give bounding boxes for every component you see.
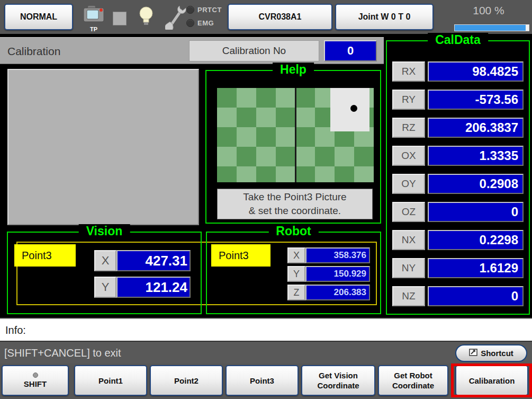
- servo-lamp: [139, 6, 154, 30]
- exit-hint-text: [SHIFT+CANCEL] to exit: [4, 342, 121, 365]
- robot-point-tag: Point3: [211, 244, 270, 267]
- screen-title: Calibration: [7, 38, 60, 65]
- vision-title: Vision: [79, 224, 130, 238]
- wrench-icon: [165, 4, 187, 32]
- info-row: Info:: [0, 318, 532, 341]
- mode-button-label: NORMAL: [20, 12, 57, 22]
- caldata-row-nz: NZ 0: [392, 286, 524, 306]
- stop-square-icon: [113, 12, 127, 25]
- caldata-groupbox: CalData RX 98.4825 RY -573.56 RZ 206.383…: [386, 40, 530, 315]
- target-square: [330, 88, 369, 131]
- shortcut-icon: [469, 349, 477, 358]
- robot-title: Robot: [268, 224, 318, 238]
- caldata-value-rz: 206.3837: [428, 118, 524, 138]
- help-caption-line1: Take the Point3 Picture: [243, 190, 346, 204]
- checkerboard-illustration: [217, 88, 374, 182]
- robot-groupbox: Robot Point3 X 358.376 Y 150.929 Z 206.3…: [206, 232, 381, 314]
- point3-button[interactable]: Point3: [226, 365, 299, 396]
- caldata-value-ny: 1.6129: [428, 258, 524, 278]
- caldata-label-oz: OZ: [392, 202, 425, 222]
- screen-header: Calibration Calibration No 0: [0, 37, 384, 64]
- point2-button[interactable]: Point2: [150, 365, 223, 396]
- point1-button-label: Point1: [98, 376, 123, 386]
- prtct-label: PRTCT: [197, 6, 222, 14]
- vision-point-tag: Point3: [14, 244, 76, 267]
- program-button[interactable]: CVR038A1: [228, 4, 332, 30]
- emg-label: EMG: [197, 19, 214, 27]
- robot-x-field[interactable]: 358.376: [305, 247, 370, 263]
- caldata-label-nx: NX: [392, 230, 425, 250]
- caldata-label-nz: NZ: [392, 286, 425, 306]
- shortcut-button-label: Shortcut: [481, 349, 513, 358]
- shift-lamp-icon: [33, 373, 38, 378]
- override-progress-fill: [455, 25, 526, 31]
- caldata-label-rz: RZ: [392, 118, 425, 138]
- caldata-value-ox: 1.3335: [428, 146, 524, 166]
- emg-indicator: EMG: [186, 19, 214, 27]
- caldata-row-nx: NX 0.2298: [392, 230, 524, 250]
- robot-y-label: Y: [287, 266, 305, 282]
- top-status-bar: NORMAL TP: [0, 0, 532, 34]
- help-groupbox: Help Take the Point3 Picture & set the c…: [205, 70, 381, 224]
- caldata-row-rx: RX 98.4825: [392, 61, 524, 82]
- mode-button[interactable]: NORMAL: [4, 4, 73, 30]
- caldata-rows: RX 98.4825 RY -573.56 RZ 206.3837 OX 1.3…: [387, 41, 529, 314]
- get-vision-line2: Coordinate: [317, 380, 359, 391]
- maintenance-status: [165, 4, 187, 32]
- jog-mode-button[interactable]: Joint W 0 T 0: [335, 4, 434, 30]
- camera-icon: [83, 5, 105, 25]
- vision-groupbox: Vision Point3 X 427.31 Y 121.24: [7, 232, 202, 314]
- teach-pendant-screen: NORMAL TP: [0, 0, 532, 399]
- caldata-label-ny: NY: [392, 258, 425, 278]
- function-key-bar: SHIFT Point1 Point2 Point3 Get Vision Co…: [0, 363, 532, 399]
- shift-button[interactable]: SHIFT: [2, 365, 69, 396]
- prtct-indicator: PRTCT: [186, 6, 222, 14]
- get-robot-line2: Coordinate: [392, 380, 434, 391]
- prtct-lamp-icon: [186, 6, 194, 14]
- vision-y-field[interactable]: 121.24: [116, 277, 191, 298]
- emg-lamp-icon: [186, 19, 194, 27]
- robot-z-field[interactable]: 206.383: [305, 285, 370, 300]
- caldata-value-ry: -573.56: [428, 90, 524, 110]
- tp-camera-indicator: TP: [83, 5, 105, 32]
- help-caption-line2: & set the coordinate.: [249, 204, 341, 218]
- caldata-value-oz: 0: [428, 202, 524, 222]
- point2-button-label: Point2: [174, 376, 199, 386]
- point3-button-label: Point3: [250, 376, 274, 386]
- caldata-value-nz: 0: [428, 286, 524, 306]
- override-progress-bar: [454, 24, 529, 31]
- calibaration-button[interactable]: Calibaration: [455, 365, 528, 396]
- get-robot-line1: Get Robot: [394, 370, 432, 380]
- get-robot-coordinate-button[interactable]: Get Robot Coordinate: [378, 365, 448, 396]
- shift-button-label: SHIFT: [24, 379, 47, 389]
- target-dot-icon: [350, 105, 357, 112]
- lamp-icon: [139, 6, 154, 30]
- caldata-row-ry: RY -573.56: [392, 90, 524, 110]
- caldata-row-ny: NY 1.6129: [392, 258, 524, 278]
- caldata-value-oy: 0.2908: [428, 174, 524, 194]
- caldata-label-rx: RX: [392, 61, 425, 82]
- caldata-label-oy: OY: [392, 174, 425, 194]
- status-bar: [SHIFT+CANCEL] to exit Shortcut: [0, 341, 532, 363]
- info-label: Info:: [5, 319, 26, 342]
- get-vision-coordinate-button[interactable]: Get Vision Coordinate: [301, 365, 375, 396]
- caldata-label-ox: OX: [392, 146, 425, 166]
- calibration-no-field[interactable]: 0: [324, 40, 377, 61]
- vision-x-label: X: [94, 250, 116, 271]
- calibaration-button-label: Calibaration: [469, 376, 515, 386]
- caldata-label-ry: RY: [392, 90, 425, 110]
- robot-z-label: Z: [287, 285, 305, 300]
- vision-x-field[interactable]: 427.31: [116, 250, 191, 271]
- camera-image-area: [7, 69, 199, 225]
- caldata-value-rx: 98.4825: [428, 61, 524, 82]
- point1-button[interactable]: Point1: [74, 365, 147, 396]
- shortcut-button[interactable]: Shortcut: [455, 344, 527, 362]
- override-percent: 100 %: [449, 4, 528, 17]
- caldata-value-nx: 0.2298: [428, 230, 524, 250]
- program-button-label: CVR038A1: [259, 12, 302, 22]
- help-title: Help: [273, 63, 314, 77]
- caldata-row-oz: OZ 0: [392, 202, 524, 222]
- get-vision-line1: Get Vision: [319, 370, 358, 380]
- robot-y-field[interactable]: 150.929: [305, 266, 370, 282]
- vision-y-label: Y: [94, 277, 116, 298]
